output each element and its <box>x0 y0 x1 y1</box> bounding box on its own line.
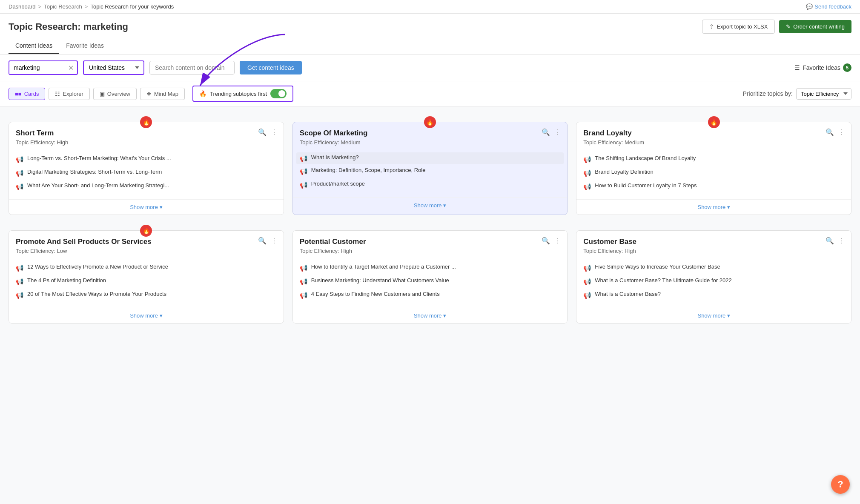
card-item-text: The Shifting Landscape Of Brand Loyalty <box>595 155 696 162</box>
favorite-count-badge: 5 <box>843 63 851 72</box>
send-feedback-link[interactable]: 💬 Send feedback <box>806 3 851 10</box>
page-keyword: marketing <box>83 21 128 32</box>
megaphone-icon: 📢 <box>583 155 591 164</box>
card-customer-title: Customer Base <box>583 238 844 246</box>
order-label: Order content writing <box>793 23 845 30</box>
megaphone-icon: 📢 <box>300 154 308 163</box>
card-item-text: Five Simple Ways to Increase Your Custom… <box>595 263 720 271</box>
country-select[interactable]: United States United Kingdom Canada <box>83 60 144 75</box>
order-content-button[interactable]: ✎ Order content writing <box>779 20 851 33</box>
card-item-text: What is a Customer Base? The Ultimate Gu… <box>595 277 731 284</box>
show-more-brand[interactable]: Show more ▾ <box>576 199 851 215</box>
mindmap-label: Mind Map <box>154 91 178 97</box>
more-card-potential[interactable]: ⋮ <box>554 237 561 245</box>
card-brand-efficiency-value: Medium <box>625 139 644 146</box>
list-item: 📢 Business Marketing: Understand What Cu… <box>300 275 561 288</box>
card-customer-actions: 🔍 ⋮ <box>826 237 845 245</box>
view-overview-button[interactable]: ▣ Overview <box>93 88 137 100</box>
megaphone-icon: 📢 <box>300 180 308 189</box>
more-card-scope[interactable]: ⋮ <box>554 128 561 136</box>
show-more-customer[interactable]: Show more ▾ <box>576 308 851 323</box>
list-item: 📢 How to Identify a Target Market and Pr… <box>300 261 561 275</box>
card-brand-body: 📢 The Shifting Landscape Of Brand Loyalt… <box>576 150 851 199</box>
prioritize-select[interactable]: Topic Efficiency Volume Difficulty <box>796 88 851 100</box>
view-cards-button[interactable]: ■■ Cards <box>9 88 45 100</box>
more-card-customer[interactable]: ⋮ <box>838 237 845 245</box>
list-item: 📢 Five Simple Ways to Increase Your Cust… <box>583 261 844 275</box>
card-brand-title: Brand Loyalty <box>583 129 844 137</box>
card-promote-efficiency: Topic Efficiency: Low <box>16 248 277 254</box>
view-explorer-button[interactable]: ☷ Explorer <box>49 88 89 100</box>
list-item: 📢 4 Easy Steps to Finding New Customers … <box>300 288 561 302</box>
view-mindmap-button[interactable]: ❖ Mind Map <box>140 88 185 100</box>
keyword-input-wrap: ✕ <box>9 60 78 75</box>
list-item: 📢 What Are Your Short- and Long-Term Mar… <box>16 180 277 193</box>
show-more-promote[interactable]: Show more ▾ <box>9 308 284 323</box>
card-scope-efficiency: Topic Efficiency: Medium <box>300 139 561 146</box>
card-item-text: How to Identify a Target Market and Prep… <box>311 263 456 271</box>
export-icon: ⇧ <box>709 23 714 30</box>
trending-toggle[interactable] <box>270 89 287 98</box>
overview-label: Overview <box>107 91 130 97</box>
view-controls-container: ■■ Cards ☷ Explorer ▣ Overview ❖ Mind Ma… <box>0 81 860 106</box>
card-short-term-efficiency: Topic Efficiency: High <box>16 139 277 146</box>
more-card-promote[interactable]: ⋮ <box>271 237 278 245</box>
export-button[interactable]: ⇧ Export topic to XLSX <box>702 20 775 34</box>
search-card-short-term[interactable]: 🔍 <box>258 128 267 136</box>
tab-favorite-ideas[interactable]: Favorite Ideas <box>59 38 111 54</box>
card-item-text: What Is Marketing? <box>311 154 359 161</box>
more-card-short-term[interactable]: ⋮ <box>271 128 278 136</box>
card-scope-marketing: 🔥 🔍 ⋮ Scope Of Marketing Topic Efficienc… <box>292 122 568 215</box>
list-item: 📢 Marketing: Definition, Scope, Importan… <box>300 164 561 178</box>
top-bar: Dashboard > Topic Research > Topic Resea… <box>0 0 860 14</box>
toggle-knob <box>278 90 285 97</box>
favorite-ideas-label: Favorite Ideas <box>803 64 840 71</box>
list-item: 📢 How to Build Customer Loyalty in 7 Ste… <box>583 180 844 193</box>
breadcrumb-dashboard[interactable]: Dashboard <box>9 3 36 10</box>
card-item-text: 12 Ways to Effectively Promote a New Pro… <box>27 263 168 271</box>
megaphone-icon: 📢 <box>300 263 308 272</box>
keyword-input[interactable] <box>9 61 65 74</box>
breadcrumb-topic-research[interactable]: Topic Research <box>44 3 82 10</box>
explorer-label: Explorer <box>63 91 83 97</box>
fire-icon-trending: 🔥 <box>199 90 206 97</box>
get-content-ideas-button[interactable]: Get content ideas <box>240 61 302 74</box>
page-title-static: Topic Research: <box>9 21 81 32</box>
show-more-potential[interactable]: Show more ▾ <box>293 308 568 323</box>
show-more-short-term[interactable]: Show more ▾ <box>9 199 284 215</box>
search-card-customer[interactable]: 🔍 <box>826 237 834 245</box>
search-card-brand[interactable]: 🔍 <box>826 128 834 136</box>
prioritize-wrap: Prioritize topics by: Topic Efficiency V… <box>743 88 851 100</box>
card-customer-header: 🔍 ⋮ Customer Base Topic Efficiency: High <box>576 231 851 258</box>
fire-badge-brand: 🔥 <box>708 116 720 128</box>
card-short-term: 🔥 🔍 ⋮ Short Term Topic Efficiency: High … <box>9 122 284 215</box>
card-scope-actions: 🔍 ⋮ <box>542 128 561 136</box>
card-customer-efficiency: Topic Efficiency: High <box>583 248 844 254</box>
search-card-scope[interactable]: 🔍 <box>542 128 550 136</box>
more-card-brand[interactable]: ⋮ <box>838 128 845 136</box>
favorite-ideas-button[interactable]: ☰ Favorite Ideas 5 <box>794 63 851 72</box>
cards-grid: 🔥 🔍 ⋮ Short Term Topic Efficiency: High … <box>0 106 860 332</box>
card-short-term-body: 📢 Long-Term vs. Short-Term Marketing: Wh… <box>9 150 284 199</box>
order-icon: ✎ <box>786 23 791 30</box>
card-brand-loyalty: 🔥 🔍 ⋮ Brand Loyalty Topic Efficiency: Me… <box>576 122 851 215</box>
header-actions: ⇧ Export topic to XLSX ✎ Order content w… <box>702 20 851 34</box>
megaphone-icon: 📢 <box>300 167 308 176</box>
search-card-promote[interactable]: 🔍 <box>258 237 267 245</box>
megaphone-icon: 📢 <box>16 169 24 178</box>
list-item: 📢 What Is Marketing? <box>296 152 564 164</box>
card-scope-title: Scope Of Marketing <box>300 129 561 137</box>
megaphone-icon: 📢 <box>300 277 308 286</box>
fire-badge-scope: 🔥 <box>424 116 436 128</box>
tab-content-ideas[interactable]: Content Ideas <box>9 38 59 54</box>
megaphone-icon: 📢 <box>16 182 24 191</box>
card-scope-body: 📢 What Is Marketing? 📢 Marketing: Defini… <box>293 150 568 198</box>
list-item: 📢 20 of The Most Effective Ways to Promo… <box>16 288 277 302</box>
search-card-potential[interactable]: 🔍 <box>542 237 550 245</box>
domain-search-input[interactable] <box>149 61 235 74</box>
card-item-text: What is a Customer Base? <box>595 290 661 298</box>
show-more-scope[interactable]: Show more ▾ <box>293 198 568 213</box>
keyword-clear-button[interactable]: ✕ <box>65 64 77 72</box>
mindmap-icon: ❖ <box>146 91 152 97</box>
megaphone-icon: 📢 <box>16 263 24 272</box>
